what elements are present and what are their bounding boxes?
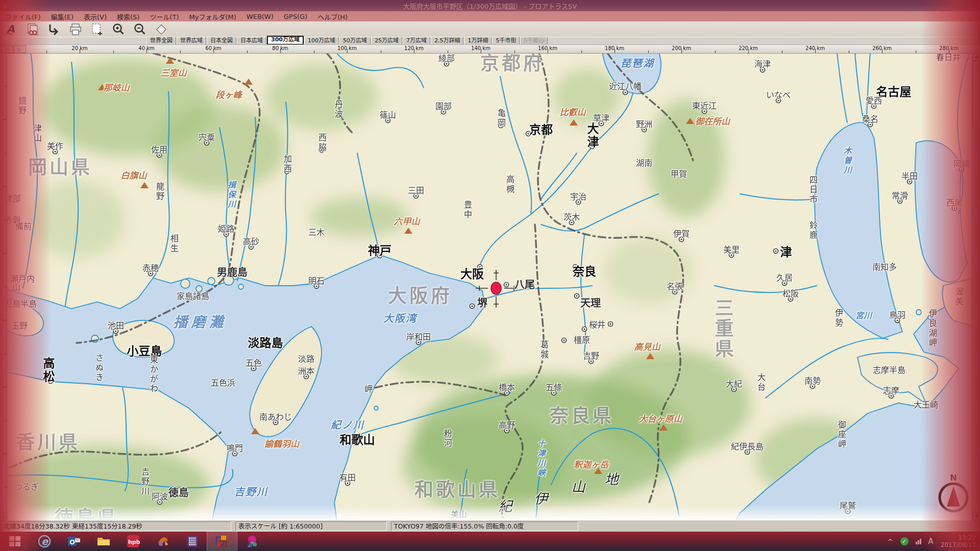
eraser-tool-icon[interactable] xyxy=(153,22,169,36)
city-marker-icon xyxy=(320,148,324,153)
city-marker-icon xyxy=(575,294,579,298)
ruler-play-icon[interactable]: ▷ xyxy=(14,45,26,53)
tray-clock[interactable]: 13:22 2017/08/13 xyxy=(941,534,976,548)
ruler-reset-icon[interactable]: ↻ xyxy=(1,45,13,53)
system-tray: ^ ✓ A 13:22 2017/08/13 xyxy=(888,532,976,551)
city-marker-icon xyxy=(582,327,587,332)
taskbar-calc-button[interactable] xyxy=(178,532,207,551)
scale-button[interactable]: 5千市街 xyxy=(492,37,520,45)
right-scrollbar[interactable]: ▲ ▼ xyxy=(972,53,980,520)
city-marker-icon xyxy=(811,384,815,389)
city-marker-icon xyxy=(908,180,912,184)
scale-button[interactable]: 50万広域 xyxy=(339,37,371,45)
menu-item[interactable]: ファイル(F) xyxy=(0,11,46,22)
city-marker-icon xyxy=(589,359,594,364)
taskbar-paint-button[interactable] xyxy=(237,532,266,551)
vruler-tick xyxy=(3,320,7,320)
taskbar-media-button[interactable] xyxy=(148,532,178,551)
scale-button[interactable]: 世界広域 xyxy=(177,37,206,45)
city-marker-icon xyxy=(442,110,446,114)
scale-button[interactable]: 100万広域 xyxy=(304,37,339,45)
taskbar-explorer-button[interactable] xyxy=(89,532,118,551)
zoom-in-tool-icon[interactable] xyxy=(110,22,127,36)
tray-ime-indicator[interactable]: A xyxy=(928,537,934,546)
vruler-tick xyxy=(5,220,7,220)
scale-button[interactable]: 7万広域 xyxy=(403,37,430,45)
taskbar-outlook-button[interactable]: O xyxy=(59,532,89,551)
scale-button[interactable]: 25万広域 xyxy=(371,37,402,45)
menu-item[interactable]: 編集(E) xyxy=(46,11,79,22)
tray-chevron-icon[interactable]: ^ xyxy=(888,538,893,545)
zoom-out-tool-icon[interactable] xyxy=(132,22,148,36)
scale-button[interactable]: 300万広域 xyxy=(267,36,304,45)
ruler-tick xyxy=(581,51,582,53)
city-marker-icon xyxy=(505,391,509,395)
select-area-tool-icon[interactable] xyxy=(89,22,105,36)
city-marker-icon xyxy=(416,340,421,345)
menu-item[interactable]: ツール(T) xyxy=(144,11,184,22)
city-marker-icon xyxy=(48,379,53,384)
tray-shield-icon[interactable]: ✓ xyxy=(900,537,909,545)
city-marker-icon xyxy=(274,420,278,425)
city-marker-icon xyxy=(157,153,162,158)
scroll-down-arrow[interactable]: ▼ xyxy=(973,512,980,520)
taskbar-start-button[interactable] xyxy=(0,532,30,551)
menu-item[interactable]: WEB(W) xyxy=(241,12,279,21)
vruler-tick xyxy=(5,420,7,421)
city-marker-icon xyxy=(590,144,595,149)
ruler-tick xyxy=(448,51,448,53)
copy-map-tool-icon[interactable] xyxy=(24,22,41,36)
text-tool-icon[interactable]: A xyxy=(3,22,19,36)
scale-button: 5千都心 xyxy=(520,37,548,45)
menu-item[interactable]: Myフォルダ(M) xyxy=(184,11,241,22)
taskbar: eOhpb ^ ✓ A 13:22 2017/08/13 xyxy=(0,532,980,551)
taskbar-proatlas-button[interactable] xyxy=(207,532,237,551)
route-tool-icon[interactable] xyxy=(46,22,62,36)
menu-item[interactable]: GPS(G) xyxy=(279,12,312,21)
ruler-label: 20 km xyxy=(71,45,87,51)
city-marker-icon xyxy=(378,254,382,258)
city-marker-icon xyxy=(552,391,556,395)
vertical-ruler: △ xyxy=(0,53,7,520)
menu-item[interactable]: 検索(S) xyxy=(112,11,144,22)
city-marker-icon xyxy=(314,284,319,289)
city-marker-icon xyxy=(623,90,628,95)
city-marker-icon xyxy=(889,394,894,398)
ruler-label: 140 km xyxy=(471,45,491,51)
print-tool-icon[interactable] xyxy=(67,22,84,36)
scale-button[interactable]: 2.5万詳細 xyxy=(431,37,464,45)
city-marker-icon xyxy=(872,104,876,109)
window-title: 大阪府大阪市平野区（1/300万広域図） - プロアトラスSV xyxy=(403,1,577,11)
city-marker-icon xyxy=(249,245,254,249)
city-marker-icon xyxy=(774,249,778,254)
desktop: { "window": { "title": "大阪府大阪市平野区（1/300万… xyxy=(0,0,980,551)
scroll-up-arrow[interactable]: ▲ xyxy=(973,53,980,61)
left-scroll-arrow[interactable]: △ xyxy=(0,513,7,520)
map-viewport[interactable]: N xyxy=(0,53,980,520)
taskbar-ie-button[interactable]: e xyxy=(30,532,59,551)
ruler-tick xyxy=(314,51,314,53)
city-marker-icon xyxy=(789,297,793,302)
scale-button[interactable]: 世界全図 xyxy=(146,37,176,45)
scale-button[interactable]: 1万詳細 xyxy=(464,37,492,45)
scale-button[interactable]: 日本広域 xyxy=(237,37,266,45)
taskbar-hpb-button[interactable]: hpb xyxy=(118,532,148,551)
city-marker-icon xyxy=(570,220,574,225)
scale-button[interactable]: 日本全図 xyxy=(207,37,236,45)
city-marker-icon xyxy=(158,500,162,505)
ruler-tick xyxy=(247,51,248,53)
city-marker-icon xyxy=(599,121,604,126)
city-marker-icon xyxy=(233,452,237,456)
ruler-label: 180 km xyxy=(605,45,624,51)
svg-text:O: O xyxy=(69,538,75,546)
city-marker-icon xyxy=(679,237,684,242)
city-marker-icon xyxy=(114,329,118,334)
scroll-thumb[interactable] xyxy=(973,61,980,123)
horizontal-ruler: ↻ ▷ 20 km40 km60 km80 km100 km120 km140 … xyxy=(0,44,980,54)
status-bar: 北緯34度18分38.32秒 東経135度15分18.29秒 表示スケール [約… xyxy=(0,520,980,532)
tray-network-icon[interactable] xyxy=(916,539,921,544)
menu-item[interactable]: ヘルプ(H) xyxy=(312,11,353,22)
menu-item[interactable]: 表示(V) xyxy=(79,11,112,22)
ruler-tick xyxy=(46,51,47,53)
current-position-marker[interactable] xyxy=(491,282,501,294)
